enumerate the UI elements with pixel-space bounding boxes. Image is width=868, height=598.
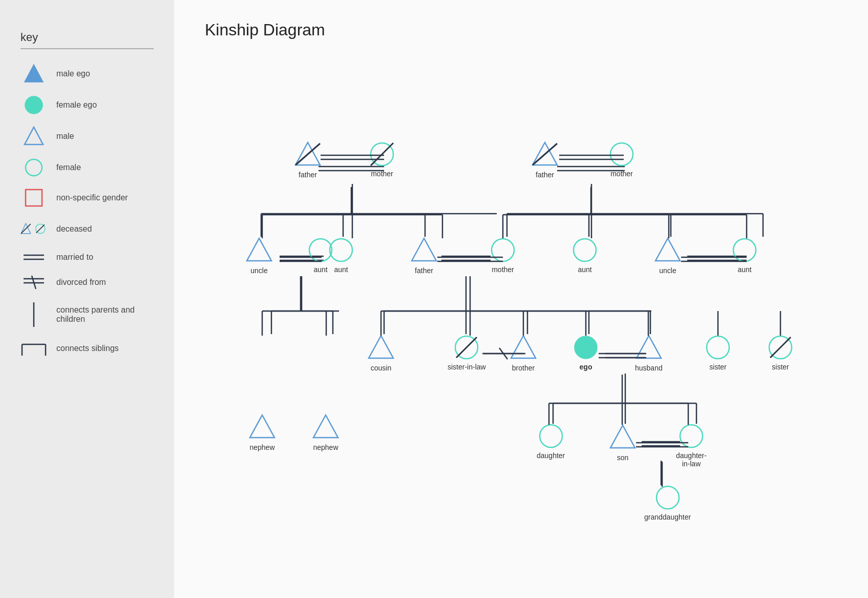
- key-married: married to: [20, 251, 154, 263]
- uncle-label: uncle: [250, 266, 267, 275]
- cousin-label: cousin: [371, 364, 391, 372]
- svg-point-1: [25, 96, 43, 114]
- svg-point-72: [492, 239, 514, 261]
- svg-marker-68: [247, 238, 271, 261]
- svg-point-75: [733, 239, 756, 261]
- key-deceased: deceased: [20, 218, 154, 240]
- non-specific-icon: [20, 189, 47, 207]
- key-divorced: divorced from: [20, 275, 154, 290]
- sister2-label: sister: [772, 363, 789, 371]
- node-mat-grandfather: father: [532, 141, 558, 179]
- svg-line-78: [456, 337, 477, 358]
- key-non-specific-label: non-specific gender: [56, 193, 128, 202]
- key-female: female: [20, 158, 154, 177]
- node-mat-grandmother: mother: [609, 142, 634, 178]
- sidebar: key male ego female ego male: [0, 0, 174, 598]
- node-granddaughter: granddaughter: [644, 485, 691, 521]
- key-siblings: connects siblings: [20, 339, 154, 358]
- node-sister2: sister: [768, 335, 793, 371]
- main-content: Kinship Diagram: [174, 0, 868, 598]
- svg-marker-79: [511, 336, 536, 358]
- key-married-label: married to: [56, 253, 93, 262]
- mother-label: mother: [492, 265, 514, 274]
- svg-point-87: [540, 425, 562, 447]
- uncle-right-label: uncle: [659, 266, 676, 275]
- svg-point-73: [574, 239, 596, 261]
- node-brother: brother: [510, 334, 537, 372]
- svg-line-126: [499, 348, 507, 359]
- svg-marker-88: [610, 425, 635, 448]
- aunt-center-left-label: aunt: [334, 265, 348, 274]
- svg-marker-76: [369, 336, 393, 358]
- aunt-center-right-label: aunt: [578, 265, 591, 274]
- husband-label: husband: [635, 364, 663, 372]
- svg-point-82: [707, 336, 729, 359]
- key-male-label: male: [56, 132, 74, 141]
- node-uncle-right: uncle: [654, 237, 681, 275]
- parent-child-icon: [20, 301, 47, 328]
- son-label: son: [617, 453, 629, 462]
- svg-rect-4: [26, 190, 42, 206]
- svg-point-80: [575, 336, 597, 359]
- key-deceased-label: deceased: [56, 224, 92, 234]
- node-nephew2: nephew: [312, 414, 339, 451]
- svg-marker-81: [637, 336, 661, 358]
- nephew1-label: nephew: [249, 443, 274, 451]
- diagram-title: Kinship Diagram: [205, 20, 848, 39]
- divorced-icon: [20, 275, 47, 290]
- svg-line-84: [770, 337, 791, 358]
- node-aunt-right: aunt: [732, 238, 757, 274]
- key-male-ego-label: male ego: [56, 69, 90, 78]
- svg-point-89: [680, 425, 703, 447]
- node-mother: mother: [491, 238, 515, 274]
- sister1-label: sister: [709, 363, 726, 371]
- node-sister-in-law: sister-in-law: [448, 335, 486, 371]
- svg-marker-74: [655, 238, 680, 261]
- kinship-diagram: father mother father mother: [205, 55, 819, 593]
- female-icon: [20, 158, 47, 177]
- node-pat-grandfather: father: [294, 141, 321, 179]
- node-aunt-center-right: aunt: [573, 238, 597, 274]
- female-ego-icon: [20, 95, 47, 115]
- deceased-icon: [20, 218, 47, 240]
- svg-line-8: [36, 224, 45, 233]
- svg-marker-0: [25, 65, 43, 82]
- key-female-ego-label: female ego: [56, 100, 97, 110]
- sister-in-law-label: sister-in-law: [448, 363, 486, 371]
- svg-line-6: [21, 224, 30, 233]
- node-husband: husband: [635, 334, 663, 372]
- node-daughter: daughter: [537, 424, 565, 460]
- siblings-icon: [20, 339, 47, 358]
- key-female-label: female: [56, 163, 81, 172]
- ego-label: ego: [580, 363, 592, 371]
- svg-line-66: [533, 143, 557, 165]
- mat-grandmother-label: mother: [610, 170, 633, 178]
- granddaughter-label: granddaughter: [644, 513, 691, 521]
- svg-marker-85: [250, 415, 274, 438]
- pat-grandmother-label: mother: [371, 170, 393, 178]
- key-parent-child: connects parents and children: [20, 301, 154, 328]
- daughter-in-law-label: daughter-in-law: [676, 451, 707, 468]
- node-sister1: sister: [706, 335, 730, 371]
- svg-point-90: [657, 486, 679, 509]
- key-male: male: [20, 126, 154, 147]
- svg-point-67: [610, 143, 633, 166]
- node-aunt-center-left: aunt: [329, 238, 353, 274]
- daughter-label: daughter: [537, 451, 565, 460]
- node-father: father: [411, 237, 437, 275]
- node-cousin: cousin: [368, 334, 394, 372]
- diagram-connectors: [205, 55, 819, 593]
- node-nephew1: nephew: [249, 414, 276, 451]
- male-ego-icon: [20, 64, 47, 84]
- svg-point-70: [330, 239, 352, 261]
- nephew2-label: nephew: [313, 443, 338, 451]
- aunt-left-label: aunt: [313, 265, 327, 274]
- aunt-right-label: aunt: [737, 265, 751, 274]
- married-icon: [20, 251, 47, 263]
- brother-label: brother: [512, 364, 535, 372]
- extra-connectors: [205, 55, 819, 593]
- svg-marker-2: [25, 127, 43, 145]
- key-divorced-label: divorced from: [56, 278, 106, 287]
- svg-marker-86: [313, 415, 338, 438]
- key-female-ego: female ego: [20, 95, 154, 115]
